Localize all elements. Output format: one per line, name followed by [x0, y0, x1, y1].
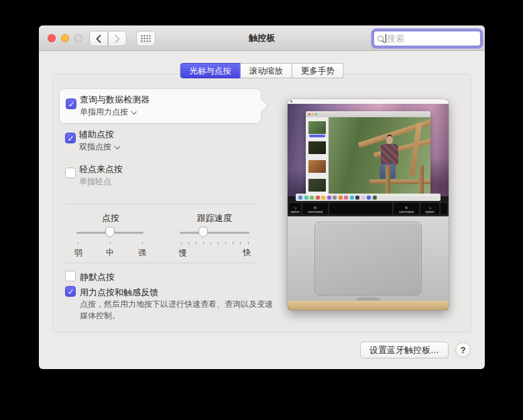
tab-scroll-zoom[interactable]: 滚动缩放 — [241, 63, 292, 78]
mini-thumbnail — [308, 121, 326, 134]
tracking-slider-ticks — [180, 242, 249, 245]
mini-keyboard-row: ⌥ option ⌘ command ⌘ command ⌥ option — [288, 202, 449, 216]
slider-thumb[interactable] — [105, 226, 115, 238]
tick-label-firm: 强 — [138, 247, 146, 259]
screenshot-stage: 触控板 搜索 光标与点按 滚动缩放 更多手势 查询与数据检测器 单指用力点按 — [0, 0, 523, 420]
click-pressure-slider[interactable] — [76, 226, 143, 240]
option-detail-menu[interactable]: 双指点按 — [79, 141, 119, 153]
force-click-description: 点按，然后用力地按下以进行快速查看、查询以及变速媒体控制。 — [80, 299, 274, 322]
mini-photo-greenhouse — [329, 117, 430, 196]
mini-thumbnail — [308, 160, 326, 173]
person-plaid-shirt — [381, 144, 398, 165]
mini-dock — [296, 194, 441, 201]
tick-label-weak: 弱 — [74, 247, 82, 259]
checkbox-lookup[interactable] — [66, 98, 76, 109]
mini-palmrest — [288, 216, 449, 301]
tick-label-slow: 慢 — [179, 247, 187, 259]
key-option-right: ⌥ option — [420, 203, 439, 214]
key-option-left: ⌥ option — [289, 203, 301, 214]
selected-row-pointer — [253, 98, 268, 113]
key-command-left: ⌘ command — [302, 203, 328, 214]
tab-more-gestures[interactable]: 更多手势 — [292, 63, 344, 78]
key-partial — [441, 203, 447, 214]
mini-menubar — [288, 99, 449, 104]
mini-trackpad — [314, 222, 422, 295]
help-button[interactable]: ? — [455, 342, 471, 358]
mini-desktop-wallpaper — [288, 104, 449, 196]
slider-thumb[interactable] — [198, 226, 209, 238]
divider — [64, 204, 256, 204]
text-caret — [386, 34, 386, 43]
mini-preview-window — [306, 111, 430, 196]
setup-bluetooth-trackpad-button[interactable]: 设置蓝牙触控板… — [360, 342, 449, 358]
search-placeholder: 搜索 — [387, 33, 404, 45]
mini-thumbnail — [308, 141, 326, 154]
wood-post — [419, 165, 424, 196]
checkbox-tap-to-click[interactable] — [65, 167, 76, 178]
checkbox-secondary-click[interactable] — [65, 133, 76, 143]
content-panel: 查询与数据检测器 单指用力点按 辅助点按 双指点按 轻点来点按 单指轻点 — [52, 74, 471, 333]
system-preferences-window: 触控板 搜索 光标与点按 滚动缩放 更多手势 查询与数据检测器 单指用力点按 — [39, 25, 485, 369]
trackpad-demo-video: ⌥ option ⌘ command ⌘ command ⌥ option — [288, 99, 449, 310]
checkbox-silent-clicking[interactable] — [65, 271, 76, 281]
slider-track[interactable] — [180, 232, 249, 234]
option-row-tap-to-click: 轻点来点按 单指轻点 — [60, 163, 261, 190]
tick-label-fast: 快 — [243, 247, 251, 259]
option-row-lookup[interactable]: 查询与数据检测器 单指用力点按 — [60, 89, 261, 123]
mini-window-titlebar — [306, 111, 430, 117]
mini-thumbnail-selected-label — [309, 135, 325, 137]
checkbox-force-click[interactable] — [65, 286, 76, 297]
option-label: 查询与数据检测器 — [80, 94, 150, 106]
key-command-right: ⌘ command — [394, 203, 419, 214]
chevron-down-icon — [131, 109, 136, 113]
tracking-slider-label: 跟踪速度 — [180, 212, 249, 224]
tick-label-medium: 中 — [106, 247, 114, 259]
titlebar: 触控板 搜索 — [39, 25, 485, 51]
mini-desk-surface — [288, 301, 449, 310]
option-label: 轻点来点按 — [79, 163, 123, 176]
option-detail: 单指轻点 — [79, 176, 111, 188]
divider — [64, 263, 256, 263]
mini-apple-icon — [290, 100, 292, 102]
click-slider-label: 点按 — [77, 212, 144, 224]
key-spacebar — [329, 203, 392, 214]
option-detail-menu[interactable]: 单指用力点按 — [80, 107, 136, 118]
force-click-label: 用力点按和触感反馈 — [80, 287, 158, 299]
mini-thumbnail — [308, 179, 326, 192]
silent-clicking-label: 静默点按 — [80, 271, 115, 283]
tab-bar: 光标与点按 滚动缩放 更多手势 — [180, 63, 344, 78]
search-icon — [377, 36, 384, 42]
search-field[interactable]: 搜索 — [373, 31, 481, 46]
chevron-down-icon — [115, 143, 119, 148]
option-label: 辅助点按 — [79, 129, 114, 141]
tracking-speed-slider[interactable] — [180, 226, 249, 240]
option-row-secondary-click: 辅助点按 双指点按 — [60, 129, 261, 155]
mini-thumbnail-sidebar — [306, 117, 329, 196]
tab-point-and-click[interactable]: 光标与点按 — [180, 63, 241, 78]
person-head — [386, 136, 393, 144]
wood-post — [386, 165, 390, 196]
click-slider-ticks — [76, 242, 143, 245]
